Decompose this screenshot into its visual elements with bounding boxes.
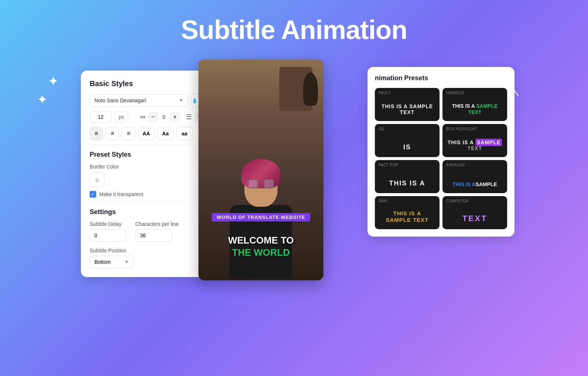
glass-bridge xyxy=(259,184,262,184)
subtitle-position-dropdown[interactable]: Bottom ▼ xyxy=(90,256,134,268)
preset-karaoke-label: KARAOKE xyxy=(446,163,465,167)
eyedropper-icon: 💧 xyxy=(191,97,198,103)
basic-styles-title: Basic Styles xyxy=(90,79,204,88)
preset-ran-label: RAN xyxy=(379,199,387,203)
preset-computer[interactable]: COMPUTER TEXT xyxy=(442,196,507,229)
presets-title: nimation Presets xyxy=(375,74,507,82)
font-row: Noto Sans Devanagari ▼ 💧 xyxy=(90,94,204,107)
subtitle-position-value: Bottom xyxy=(94,259,111,265)
subtitle-position-label: Subtitle Position xyxy=(90,248,204,253)
font-unit: px xyxy=(115,111,128,123)
line-spacing-icon: ☰ xyxy=(186,113,192,121)
preset-box-text: THIS IS A SAMPLE TEXT xyxy=(446,137,503,153)
person-glasses xyxy=(248,179,274,188)
chars-per-line-label: Characters per line xyxy=(135,221,179,227)
divider-1 xyxy=(90,145,204,145)
transparent-row: ✓ Make it transparent xyxy=(90,191,204,198)
video-brand-subtitle: WORLD OF TRANSLATE.WEBSITE xyxy=(198,213,323,221)
border-color-label: Border Color xyxy=(90,164,204,170)
font-name: Noto Sans Devanagari xyxy=(94,97,146,103)
preset-oe[interactable]: OE IS xyxy=(375,124,440,157)
subtitle-line2: THE WORLD xyxy=(198,247,323,258)
presets-grid: FAULT THIS IS A SAMPLETEXT HARMOZI THIS … xyxy=(375,88,507,229)
preset-harmozi-label: HARMOZI xyxy=(446,91,465,95)
teapot-decor xyxy=(303,72,318,106)
align-right-button[interactable]: ≡ xyxy=(122,127,135,140)
align-center-button[interactable]: ≡ xyxy=(106,127,119,140)
preset-default-label: FAULT xyxy=(379,91,391,95)
preset-oe-text: IS xyxy=(379,141,436,153)
border-color-box[interactable]: ◈ xyxy=(90,173,104,187)
preset-karaoke[interactable]: KARAOKE THIS IS ASAMPLE xyxy=(442,160,507,193)
preset-computer-text: TEXT xyxy=(446,212,503,226)
subtitle-delay-label: Subtitle Delay xyxy=(90,221,126,227)
person-face xyxy=(244,166,277,207)
video-main-subtitle: WELCOME TO THE WORLD xyxy=(198,235,323,258)
preset-box-highlight[interactable]: BOX HIGHLIGHT THIS IS A SAMPLE TEXT xyxy=(442,124,507,157)
preset-default[interactable]: FAULT THIS IS A SAMPLETEXT xyxy=(375,88,440,121)
spacing-increase-button[interactable]: + xyxy=(170,112,180,122)
preset-oe-label: OE xyxy=(379,127,384,131)
preset-impact-pop-text: THIS IS A xyxy=(379,177,436,189)
subtitle-line1: WELCOME TO xyxy=(198,235,323,246)
animation-presets-panel: nimation Presets FAULT THIS IS A SAMPLET… xyxy=(368,67,514,237)
preset-default-text: THIS IS A SAMPLETEXT xyxy=(379,101,436,117)
panels-container: Basic Styles Noto Sans Devanagari ▼ 💧 px… xyxy=(74,60,514,288)
align-left-button[interactable]: ≡ xyxy=(90,127,103,140)
spacing-icon: ⇔ xyxy=(140,113,146,121)
chars-per-line-input[interactable] xyxy=(135,229,172,242)
border-color-icon: ◈ xyxy=(94,176,100,184)
page-title: Subtitle Animation xyxy=(181,15,407,45)
preset-styles-title: Preset Styles xyxy=(90,151,204,159)
preset-harmozi[interactable]: HARMOZI THIS IS A SAMPLE TEXT xyxy=(442,88,507,121)
transparent-checkbox[interactable]: ✓ xyxy=(90,191,96,198)
video-panel: WORLD OF TRANSLATE.WEBSITE WELCOME TO TH… xyxy=(198,60,323,280)
spacing-controls: ⇔ − 0 + xyxy=(140,112,180,122)
position-chevron-icon: ▼ xyxy=(125,259,129,265)
preset-impact-pop-label: PACT POP xyxy=(379,163,398,167)
settings-section: Settings Subtitle Delay Characters per l… xyxy=(90,208,204,268)
divider-2 xyxy=(90,202,204,202)
subtitle-delay-field: Subtitle Delay xyxy=(90,221,126,242)
chars-per-line-field: Characters per line xyxy=(135,221,179,242)
preset-box-label: BOX HIGHLIGHT xyxy=(446,127,477,131)
align-row: ≡ ≡ ≡ AA Aa aa xyxy=(90,127,204,140)
preset-karaoke-text: THIS IS ASAMPLE xyxy=(446,179,503,189)
case-lower-button[interactable]: aa xyxy=(176,127,193,140)
brand-text: WORLD OF TRANSLATE.WEBSITE xyxy=(212,213,311,221)
font-select-dropdown[interactable]: Noto Sans Devanagari ▼ xyxy=(90,94,188,107)
size-row: px ⇔ − 0 + ☰ − xyxy=(90,111,204,123)
preset-ran-text: THIS IS ASAMPLE TEXT xyxy=(379,208,436,226)
basic-styles-panel: Basic Styles Noto Sans Devanagari ▼ 💧 px… xyxy=(81,71,213,277)
settings-row-1: Subtitle Delay Characters per line xyxy=(90,221,204,242)
subtitle-delay-input[interactable] xyxy=(90,229,126,242)
spacing-decrease-button[interactable]: − xyxy=(148,112,158,122)
transparent-label: Make it transparent xyxy=(99,191,143,197)
case-upper-button[interactable]: AA xyxy=(138,127,154,140)
preset-computer-label: COMPUTER xyxy=(446,199,469,203)
subtitle-position-field: Subtitle Position Bottom ▼ xyxy=(90,248,204,268)
glass-left xyxy=(248,179,258,188)
font-chevron-icon: ▼ xyxy=(179,98,183,103)
preset-ran[interactable]: RAN THIS IS ASAMPLE TEXT xyxy=(375,196,440,229)
sparkle-icon-1: ✦ xyxy=(48,74,59,89)
font-size-input[interactable] xyxy=(90,111,112,123)
glass-right xyxy=(264,179,274,188)
case-title-button[interactable]: Aa xyxy=(157,127,173,140)
spacing-value: 0 xyxy=(160,114,168,120)
preset-impact-pop[interactable]: PACT POP THIS IS A xyxy=(375,160,440,193)
preset-harmozi-text: THIS IS A SAMPLE TEXT xyxy=(446,100,503,117)
sparkle-icon-2: ✦ xyxy=(37,92,48,107)
settings-title: Settings xyxy=(90,208,204,216)
